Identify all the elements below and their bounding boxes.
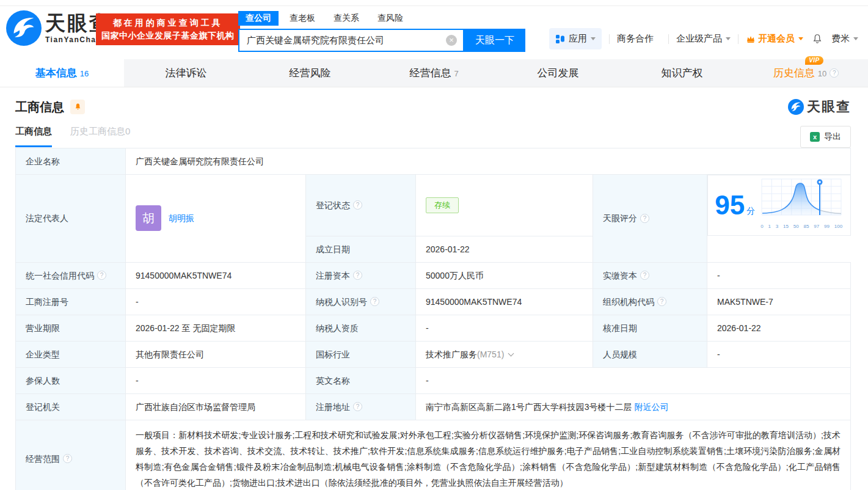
tab-company-development[interactable]: 公司发展	[496, 59, 620, 87]
slogan-banner: 都在用的商业查询工具 国家中小企业发展子基金旗下机构	[96, 13, 240, 45]
tab-history-info[interactable]: 历史信息 VIP 10	[744, 59, 868, 87]
logo-icon	[6, 10, 42, 46]
notification-bell-icon[interactable]	[812, 33, 823, 45]
table-row: 工商注册号 - 纳税人识别号 91450000MAK5TNWE74 组织机构代码…	[16, 288, 851, 315]
help-icon[interactable]	[63, 454, 72, 463]
reg-authority-value: 广西壮族自治区市场监督管理局	[126, 393, 306, 420]
approval-date-value: 2026-01-22	[707, 315, 851, 341]
apps-menu-button[interactable]: 应用	[549, 28, 602, 49]
taxpayer-quality-label: 纳税人资质	[306, 315, 416, 341]
divider	[609, 34, 610, 44]
legal-rep-name-link[interactable]: 胡明振	[169, 212, 194, 224]
company-type-value: 其他有限责任公司	[126, 341, 306, 367]
reg-capital-label: 注册资本	[306, 262, 416, 288]
chevron-down-icon	[591, 37, 596, 40]
export-button[interactable]: 导出	[800, 126, 851, 148]
help-icon[interactable]	[370, 297, 379, 306]
subtab-history-business-info[interactable]: 历史工商信息0	[70, 126, 130, 147]
score-unit: 分	[746, 205, 755, 217]
help-icon[interactable]	[657, 297, 666, 306]
subscribe-bell-icon[interactable]	[70, 100, 85, 114]
main-content: 工商信息 天眼查 工商信息 历史工商信息0 导出	[0, 98, 868, 490]
tab-basic-info[interactable]: 基本信息 16	[0, 59, 124, 87]
establish-date-label: 成立日期	[306, 236, 416, 262]
company-name-label: 企业名称	[16, 148, 126, 175]
org-code-value: MAK5TNWE-7	[707, 288, 851, 315]
reg-capital-value: 50000万人民币	[416, 262, 593, 288]
help-icon[interactable]	[353, 271, 362, 280]
english-name-label: 英文名称	[306, 367, 416, 393]
apps-label: 应用	[569, 33, 587, 45]
search-input[interactable]	[239, 35, 446, 46]
help-icon[interactable]	[353, 200, 362, 210]
help-icon[interactable]	[353, 402, 362, 411]
help-icon[interactable]	[97, 271, 106, 280]
subtab-business-info[interactable]: 工商信息	[15, 126, 52, 147]
reg-address-label: 注册地址	[306, 393, 416, 420]
help-icon[interactable]	[640, 214, 649, 223]
help-icon[interactable]	[640, 271, 649, 280]
company-name-value: 广西关键金属研究院有限责任公司	[126, 148, 851, 175]
search-box	[238, 29, 464, 52]
paid-capital-value: -	[707, 262, 851, 288]
chevron-down-icon[interactable]	[508, 350, 514, 356]
vip-badge: VIP	[805, 56, 823, 65]
search-tab-risk[interactable]: 查风险	[370, 11, 410, 26]
industry-label: 国标行业	[306, 341, 416, 367]
table-row: 企业名称 广西关键金属研究院有限责任公司	[16, 148, 851, 175]
score-label: 天眼评分	[593, 175, 707, 263]
business-info-subtabs: 工商信息 历史工商信息0	[15, 126, 148, 147]
table-row: 法定代表人 胡 胡明振 登记状态 存续	[16, 175, 851, 236]
watermark-logo: 天眼查	[788, 98, 851, 116]
clear-search-icon[interactable]	[446, 35, 457, 46]
company-nav-tabs: 基本信息 16 法律诉讼 经营风险 经营信息 7 公司发展 知识产权 历史信息 …	[0, 59, 868, 87]
table-row: 企业类型 其他有限责任公司 国标行业 技术推广服务 (M751) 人员规模 -	[16, 341, 851, 367]
watermark-logo-icon	[788, 99, 804, 115]
table-row: 参保人数 - 英文名称 -	[16, 367, 851, 393]
industry-value: 技术推广服务 (M751)	[416, 341, 593, 367]
score-cell: 95 分	[707, 175, 851, 236]
search-tabs: 查公司 查老板 查关系 查风险	[238, 11, 525, 26]
nearby-companies-link[interactable]: 附近公司	[634, 402, 668, 412]
divider	[738, 34, 739, 44]
avatar[interactable]: 胡	[136, 205, 161, 231]
top-divider	[0, 0, 868, 6]
taxpayer-id-label: 纳税人识别号	[306, 288, 416, 315]
reg-status-label: 登记状态	[306, 175, 416, 236]
search-tab-boss[interactable]: 查老板	[282, 11, 323, 26]
industry-code: (M751)	[477, 348, 504, 360]
taxpayer-id-value: 91450000MAK5TNWE74	[416, 288, 593, 315]
tab-operating-risk[interactable]: 经营风险	[248, 59, 372, 87]
credit-code-value: 91450000MAK5TNWE74	[126, 262, 306, 288]
reg-number-label: 工商注册号	[16, 288, 126, 315]
open-vip-button[interactable]: 开通会员	[746, 33, 803, 45]
business-scope-label: 经营范围	[16, 420, 126, 490]
credit-code-label: 统一社会信用代码	[16, 262, 126, 288]
enterprise-products-menu[interactable]: 企业级产品	[676, 33, 731, 45]
tab-legal-litigation[interactable]: 法律诉讼	[124, 59, 248, 87]
legal-rep-label: 法定代表人	[16, 175, 126, 263]
search-tab-relation[interactable]: 查关系	[326, 11, 367, 26]
chevron-down-icon	[853, 37, 858, 40]
user-account-menu[interactable]: 费米	[831, 33, 858, 45]
english-name-value: -	[416, 367, 851, 393]
tab-operating-info[interactable]: 经营信息 7	[372, 59, 496, 87]
tab-intellectual-property[interactable]: 知识产权	[620, 59, 744, 87]
taxpayer-quality-value: -	[416, 315, 593, 341]
search-button[interactable]: 天眼一下	[464, 29, 525, 52]
score-axis-labels: 01 315 5085 9799 100	[760, 221, 843, 233]
establish-date-value: 2026-01-22	[416, 236, 593, 262]
reg-status-value: 存续	[416, 175, 593, 236]
help-icon[interactable]	[830, 68, 839, 78]
chevron-down-icon	[798, 37, 803, 40]
search-tab-company[interactable]: 查公司	[238, 11, 279, 26]
chevron-down-icon	[726, 37, 731, 40]
page-header: 天眼查 TianYanCha.com 都在用的商业查询工具 国家中小企业发展子基…	[0, 6, 868, 59]
section-title: 工商信息	[15, 99, 64, 115]
excel-icon	[810, 132, 820, 142]
reg-authority-label: 登记机关	[16, 393, 126, 420]
business-cooperation-link[interactable]: 商务合作	[617, 33, 654, 45]
username: 费米	[831, 33, 850, 45]
business-scope-value: 一般项目：新材料技术研发;专业设计服务;工程和技术研究和试验发展;对外承包工程;…	[126, 420, 851, 490]
slogan-line2: 国家中小企业发展子基金旗下机构	[101, 29, 235, 42]
